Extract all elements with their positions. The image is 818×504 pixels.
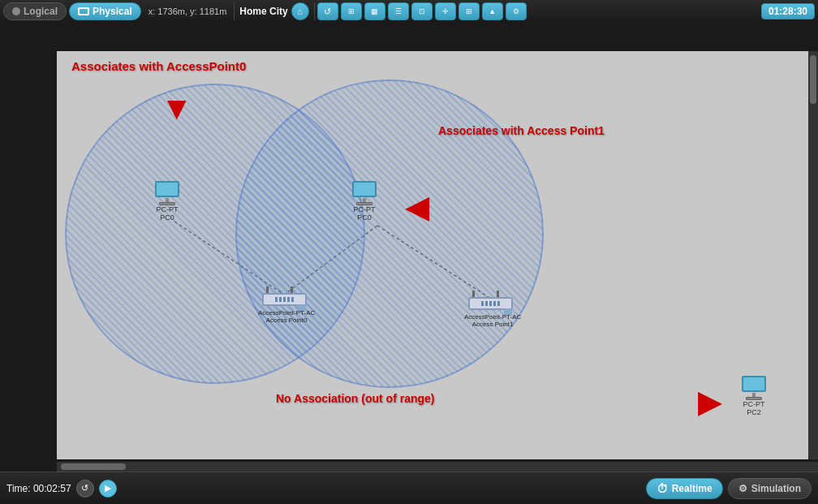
toolbar-tiles-btn[interactable]: ⊞ [459,2,480,20]
play-btn[interactable]: ▶ [99,480,117,498]
pc1-label1: PC-PT [354,205,376,213]
arrow-left-pc1: ◀ [406,193,428,222]
home-city-section: Home City ⌂ [234,2,314,20]
coordinates-display: x: 1736m, y: 1181m [144,6,232,16]
ap0-label1: AccessPoint-PT-AC [258,309,315,317]
toolbar-grid2-btn[interactable]: ▦ [364,2,385,20]
tab-logical-label: Logical [24,6,58,17]
annotation-accesspoint0: Associates with AccessPoint0 [71,59,246,73]
bottom-right-section: ⏱ Realtime ⚙ Simulation [646,478,812,499]
horizontal-scrollbar[interactable] [57,462,818,472]
device-ap0[interactable]: AccessPoint-PT-AC Access Point0 [258,286,315,324]
left-panel [0,23,57,459]
tab-physical-label: Physical [93,6,132,17]
arrow-down-pc0: ▼ [161,92,193,124]
annotation-no-association: No Association (out of range) [276,392,434,405]
tab-logical[interactable]: Logical [3,2,67,20]
time-display: 01:28:30 [761,3,815,19]
toolbar-map-btn[interactable]: ▲ [482,2,503,20]
canvas-area: Associates with AccessPoint0 ▼ PC-PT PC0 [0,23,818,472]
pc1-label2: PC0 [357,213,372,222]
toolbar-grid1-btn[interactable]: ⊞ [341,2,362,20]
toolbar-grid3-btn[interactable]: ⊡ [411,2,433,20]
device-pc0[interactable]: PC-PT PC0 [152,181,183,222]
ap1-label2: Access Point1 [472,321,514,328]
home-city-btn[interactable]: ⌂ [291,2,309,20]
toolbar-back-btn[interactable]: ↺ [317,2,338,20]
simulation-label: Simulation [751,483,801,494]
toolbar-move-btn[interactable]: ✛ [435,2,456,20]
device-ap1[interactable]: AccessPoint-PT-AC Access Point1 [464,291,521,328]
toolbar-settings-btn[interactable]: ⚙ [506,2,527,20]
pc2-label1: PC-PT [743,400,765,408]
time-label: Time: 00:02:57 [6,483,71,494]
annotation-accesspoint1: Associates with Access Point1 [438,124,605,137]
realtime-label: Realtime [672,483,713,494]
toolbar-list-btn[interactable]: ☰ [388,2,409,20]
pc2-label2: PC2 [747,408,761,416]
realtime-btn[interactable]: ⏱ Realtime [646,478,723,499]
pc0-label1: PC-PT [157,205,179,213]
device-pc2[interactable]: PC-PT PC2 [738,376,769,416]
simulation-btn[interactable]: ⚙ Simulation [728,478,812,499]
logical-icon [12,7,20,15]
toolbar-icons: ↺ ⊞ ▦ ☰ ⊡ ✛ ⊞ ▲ ⚙ [317,2,759,20]
home-city-label: Home City [239,6,287,17]
horizontal-scrollbar-thumb[interactable] [61,463,126,470]
vertical-scrollbar-thumb[interactable] [810,55,816,104]
vertical-scrollbar[interactable] [808,51,818,459]
realtime-icon: ⏱ [657,482,668,495]
top-bar: Logical Physical x: 1736m, y: 1181m Home… [0,0,818,23]
arrow-right-pc2: ▶ [698,388,721,417]
ap1-label1: AccessPoint-PT-AC [464,313,521,321]
simulation-icon: ⚙ [738,483,747,494]
time-section: Time: 00:02:57 ↺ ▶ [6,480,117,498]
physical-icon [78,7,89,15]
reset-btn[interactable]: ↺ [76,480,94,498]
device-pc1[interactable]: PC-PT PC0 [349,181,380,222]
pc0-label2: PC0 [160,213,174,222]
bottom-bar: Time: 00:02:57 ↺ ▶ ⏱ Realtime ⚙ Simulati… [0,472,818,504]
tab-physical[interactable]: Physical [69,2,141,20]
workspace: Associates with AccessPoint0 ▼ PC-PT PC0 [57,51,818,459]
ap0-label2: Access Point0 [266,317,308,324]
